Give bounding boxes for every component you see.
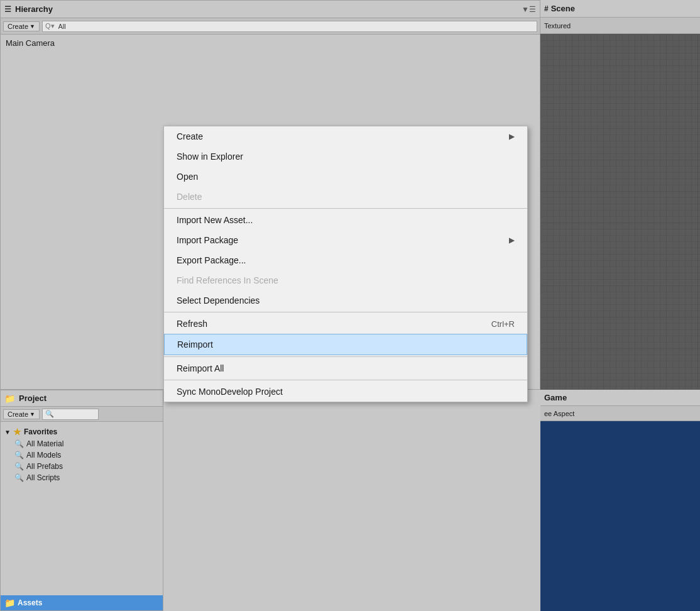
menu-item-label: Find References In Scene (177, 275, 278, 285)
folder-header-icon: 📁 (4, 394, 15, 404)
project-title: 📁 Project (4, 394, 46, 404)
favorite-all-prefabs[interactable]: 🔍 All Prefabs (4, 461, 159, 472)
menu-separator-15 (164, 380, 527, 380)
favorite-all-materials[interactable]: 🔍 All Material (4, 438, 159, 449)
triangle-icon: ▼ (4, 429, 11, 436)
assets-folder-icon: 📁 (4, 598, 15, 608)
menu-item-label: Export Package... (177, 255, 246, 265)
hamburger-icon: ☰ (4, 5, 11, 14)
menu-item-label: Select Dependencies (177, 295, 260, 306)
search-models-icon: 🔍 (14, 451, 24, 460)
menu-shortcut: Ctrl+R (491, 319, 515, 329)
menu-item-show-in-explorer[interactable]: Show in Explorer (164, 146, 527, 167)
menu-item-label: Refresh (177, 319, 207, 329)
project-search-icon: 🔍 (45, 410, 54, 418)
scene-header: # Scene (540, 0, 700, 18)
dropdown-arrow-icon: ▼ (30, 23, 35, 30)
game-header: Game (540, 390, 700, 406)
menu-item-label: Sync MonoDevelop Project (177, 387, 283, 397)
search-q-icon: Q▾ (45, 22, 55, 30)
favorites-header: ▼ ★ Favorites (4, 426, 159, 438)
menu-item-sync-monodevelop-project[interactable]: Sync MonoDevelop Project (164, 382, 527, 402)
menu-item-export-package...[interactable]: Export Package... (164, 250, 527, 270)
favorite-all-scripts[interactable]: 🔍 All Scripts (4, 472, 159, 483)
search-prefabs-icon: 🔍 (14, 462, 24, 471)
favorites-section: ▼ ★ Favorites 🔍 All Material 🔍 All Model… (1, 424, 163, 485)
menu-item-label: Reimport All (177, 363, 224, 373)
menu-item-select-dependencies[interactable]: Select Dependencies (164, 290, 527, 311)
menu-item-open[interactable]: Open (164, 167, 527, 187)
menu-item-create[interactable]: Create▶ (164, 126, 527, 146)
game-title: Game (544, 393, 567, 402)
menu-item-label: Create (177, 131, 203, 141)
star-icon: ★ (13, 427, 21, 437)
submenu-arrow-icon: ▶ (509, 236, 515, 245)
menu-separator-10 (164, 312, 527, 312)
menu-item-label: Open (177, 172, 198, 182)
menu-item-label: Reimport (177, 339, 213, 350)
game-aspect-label[interactable]: ee Aspect (544, 410, 574, 417)
project-search-box: 🔍 (42, 409, 99, 420)
menu-item-import-package[interactable]: Import Package▶ (164, 230, 527, 250)
scene-textured-label[interactable]: Textured (544, 22, 571, 30)
project-panel: 📁 Project Create ▼ 🔍 ▼ ★ Favorites 🔍 All… (0, 390, 163, 611)
menu-item-refresh[interactable]: RefreshCtrl+R (164, 314, 527, 334)
menu-item-find-references-in-scene: Find References In Scene (164, 270, 527, 290)
hierarchy-search-box: Q▾ (42, 21, 537, 32)
assets-item[interactable]: 📁 Assets (1, 595, 163, 610)
project-toolbar: Create ▼ 🔍 (1, 407, 163, 422)
favorite-all-models[interactable]: 🔍 All Models (4, 449, 159, 461)
hash-icon: # (544, 4, 549, 13)
submenu-arrow-icon: ▶ (509, 132, 515, 141)
menu-item-delete: Delete (164, 187, 527, 207)
search-material-icon: 🔍 (14, 439, 24, 448)
search-scripts-icon: 🔍 (14, 473, 24, 482)
menu-item-reimport[interactable]: Reimport (164, 334, 527, 355)
menu-item-import-new-asset...[interactable]: Import New Asset... (164, 210, 527, 230)
menu-separator-13 (164, 356, 527, 357)
hierarchy-title: ☰ Hierarchy (4, 4, 53, 14)
menu-item-reimport-all[interactable]: Reimport All (164, 358, 527, 378)
project-create-button[interactable]: Create ▼ (3, 409, 40, 419)
project-content: ▼ ★ Favorites 🔍 All Material 🔍 All Model… (1, 422, 163, 487)
hierarchy-search-input[interactable] (58, 23, 534, 30)
project-header: 📁 Project (1, 390, 163, 407)
menu-item-label: Delete (177, 192, 202, 202)
scene-toolbar: Textured (540, 18, 700, 34)
hierarchy-options-icon[interactable]: ▼☰ (522, 5, 536, 14)
game-view (540, 421, 700, 611)
scene-title: # Scene (544, 4, 575, 13)
menu-item-label: Show in Explorer (177, 151, 243, 162)
hierarchy-header: ☰ Hierarchy ▼☰ (1, 1, 540, 18)
scene-view (540, 34, 700, 424)
scene-panel: # Scene Textured (540, 0, 700, 390)
menu-item-label: Import Package (177, 235, 238, 245)
context-menu: Create▶Show in ExplorerOpenDeleteImport … (163, 126, 528, 402)
game-panel: Game ee Aspect (540, 390, 700, 611)
menu-item-label: Import New Asset... (177, 215, 253, 225)
hierarchy-main-camera[interactable]: Main Camera (6, 37, 535, 49)
hierarchy-create-button[interactable]: Create ▼ (3, 21, 40, 31)
game-toolbar: ee Aspect (540, 406, 700, 421)
hierarchy-content: Main Camera (1, 35, 540, 52)
project-dropdown-arrow: ▼ (30, 411, 35, 417)
hierarchy-toolbar: Create ▼ Q▾ (1, 18, 540, 35)
menu-separator-4 (164, 208, 527, 209)
